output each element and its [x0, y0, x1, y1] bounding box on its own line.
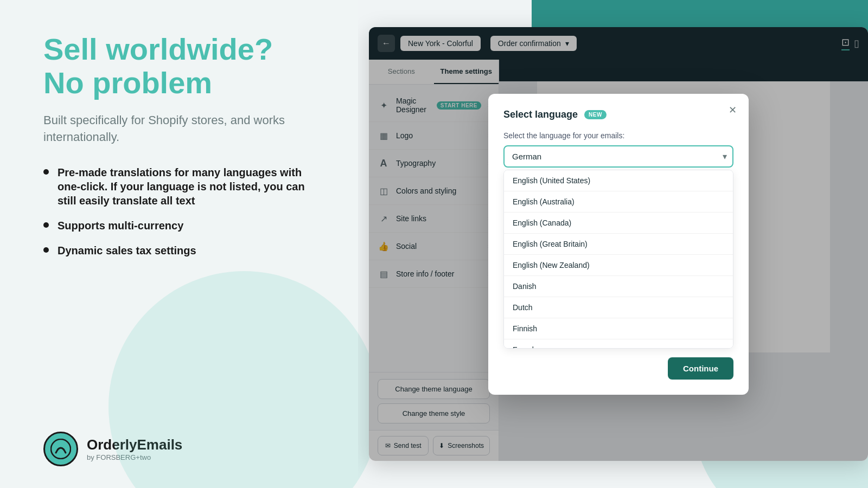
brand-logo [43, 432, 78, 466]
modal-close-button[interactable]: ✕ [725, 102, 740, 118]
lang-finnish[interactable]: Finnish [504, 318, 733, 339]
modal-footer: Continue [503, 357, 733, 380]
bullet-item-2: Supports multi-currency [43, 219, 326, 233]
bullet-item-1: Pre-made translations for many languages… [43, 165, 326, 208]
lang-french[interactable]: French [504, 339, 733, 349]
continue-button[interactable]: Continue [668, 357, 733, 380]
left-panel: Sell worldwide?No problem Built specific… [0, 0, 358, 488]
lang-english-gb[interactable]: English (Great Britain) [504, 234, 733, 255]
bullet-dot [43, 222, 49, 228]
language-dropdown-list: English (United States) English (Austral… [503, 170, 733, 349]
modal-title: Select language [503, 109, 578, 120]
modal-overlay: Select language NEW ✕ Select the languag… [369, 27, 868, 461]
bullet-dot [43, 169, 49, 175]
hero-subtitle: Built specifically for Shopify stores, a… [43, 112, 326, 146]
app-window: ← New York - Colorful Order confirmation… [369, 27, 868, 461]
lang-english-us[interactable]: English (United States) [504, 170, 733, 191]
select-language-modal: Select language NEW ✕ Select the languag… [488, 94, 749, 395]
language-select[interactable]: English (United States)English (Australi… [503, 145, 733, 168]
lang-danish[interactable]: Danish [504, 276, 733, 297]
lang-english-nz[interactable]: English (New Zealand) [504, 255, 733, 276]
bullet-list: Pre-made translations for many languages… [43, 165, 326, 268]
lang-english-ca[interactable]: English (Canada) [504, 213, 733, 234]
decorative-circle [108, 271, 380, 488]
lang-dutch[interactable]: Dutch [504, 297, 733, 318]
hero-title: Sell worldwide?No problem [43, 33, 326, 99]
new-badge: NEW [584, 110, 607, 119]
language-select-wrapper: English (United States)English (Australi… [503, 145, 733, 168]
svg-point-0 [51, 439, 71, 459]
right-panel: ← New York - Colorful Order confirmation… [358, 0, 868, 488]
modal-select-label: Select the language for your emails: [503, 131, 733, 140]
bullet-item-3: Dynamic sales tax settings [43, 243, 326, 258]
modal-header: Select language NEW [503, 109, 733, 120]
lang-english-au[interactable]: English (Australia) [504, 191, 733, 213]
bullet-dot [43, 247, 49, 253]
